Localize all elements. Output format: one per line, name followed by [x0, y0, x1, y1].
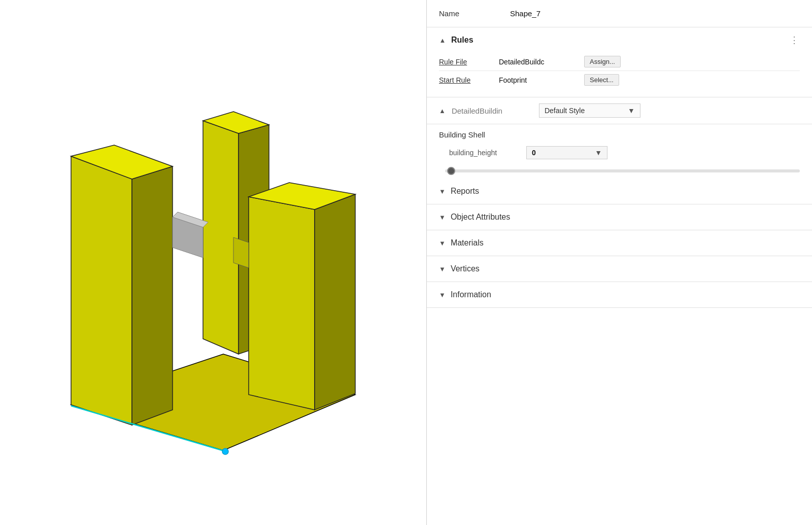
object-attributes-section-header[interactable]: ▼ Object Attributes — [427, 204, 812, 230]
rules-dots-menu[interactable]: ⋮ — [790, 34, 800, 46]
name-label: Name — [439, 9, 480, 18]
vertices-section: ▼ Vertices — [427, 256, 812, 282]
name-value: Shape_7 — [510, 9, 540, 18]
3d-viewport[interactable] — [0, 0, 426, 525]
materials-chevron-icon: ▼ — [439, 239, 446, 247]
building-height-key: building_height — [449, 149, 520, 157]
information-section-title: Information — [451, 290, 491, 299]
building-height-value: 0 — [532, 149, 591, 157]
rules-section: ▲ Rules ⋮ Rule File DetailedBuildc Assig… — [427, 27, 812, 97]
object-attributes-chevron-icon: ▼ — [439, 214, 446, 221]
assign-button[interactable]: Assign... — [584, 56, 621, 67]
information-section: ▼ Information — [427, 282, 812, 308]
reports-section: ▼ Reports — [427, 179, 812, 204]
information-section-header[interactable]: ▼ Information — [427, 282, 812, 307]
materials-section-header[interactable]: ▼ Materials — [427, 230, 812, 256]
rules-section-header[interactable]: ▲ Rules ⋮ — [427, 27, 812, 53]
rules-chevron-icon: ▲ — [439, 37, 446, 44]
svg-point-15 — [222, 448, 228, 454]
building-height-input[interactable]: 0 ▼ — [526, 146, 607, 159]
svg-marker-8 — [315, 194, 355, 410]
object-attributes-section: ▼ Object Attributes — [427, 204, 812, 230]
start-rule-key[interactable]: Start Rule — [439, 76, 495, 84]
rules-content: Rule File DetailedBuildc Assign... Start… — [427, 53, 812, 97]
object-attributes-section-title: Object Attributes — [451, 213, 510, 222]
vertices-chevron-icon: ▼ — [439, 265, 446, 273]
properties-panel: Name Shape_7 ▲ Rules ⋮ Rule File Detaile… — [426, 0, 812, 525]
rules-section-title: Rules — [451, 36, 473, 45]
building-shell-section: Building Shell building_height 0 ▼ — [427, 124, 812, 165]
information-chevron-icon: ▼ — [439, 291, 446, 299]
reports-chevron-icon: ▼ — [439, 188, 446, 195]
svg-marker-1 — [71, 156, 132, 425]
reports-section-title: Reports — [451, 187, 479, 196]
svg-marker-7 — [249, 197, 315, 410]
svg-marker-2 — [132, 166, 173, 425]
start-rule-value: Footprint — [499, 76, 580, 84]
rule-file-row: Rule File DetailedBuildc Assign... — [439, 53, 800, 71]
detailed-buildin-label[interactable]: DetailedBuildin — [452, 107, 533, 115]
svg-marker-12 — [233, 237, 249, 268]
name-row: Name Shape_7 — [427, 0, 812, 27]
style-select-label: Default Style — [545, 107, 624, 115]
rule-file-value: DetailedBuildc — [499, 58, 580, 66]
materials-section-title: Materials — [451, 238, 484, 248]
building-height-row: building_height 0 ▼ — [439, 144, 800, 163]
style-select-arrow-icon: ▼ — [628, 107, 635, 115]
materials-section: ▼ Materials — [427, 230, 812, 256]
style-select-dropdown[interactable]: Default Style ▼ — [539, 103, 640, 118]
vertices-section-header[interactable]: ▼ Vertices — [427, 256, 812, 282]
slider-thumb[interactable] — [447, 167, 455, 175]
building-height-slider-row — [427, 165, 812, 179]
rule-file-key[interactable]: Rule File — [439, 58, 495, 66]
detailed-buildin-row: ▲ DetailedBuildin Default Style ▼ — [427, 97, 812, 124]
detailed-chevron-icon: ▲ — [439, 107, 446, 115]
svg-marker-4 — [203, 121, 239, 354]
height-dropdown-icon: ▼ — [595, 149, 602, 157]
vertices-section-title: Vertices — [451, 264, 480, 273]
slider-track[interactable] — [445, 169, 800, 172]
reports-section-header[interactable]: ▼ Reports — [427, 179, 812, 204]
select-button[interactable]: Select... — [584, 74, 619, 86]
start-rule-row: Start Rule Footprint Select... — [439, 71, 800, 89]
building-shell-label: Building Shell — [439, 130, 800, 139]
